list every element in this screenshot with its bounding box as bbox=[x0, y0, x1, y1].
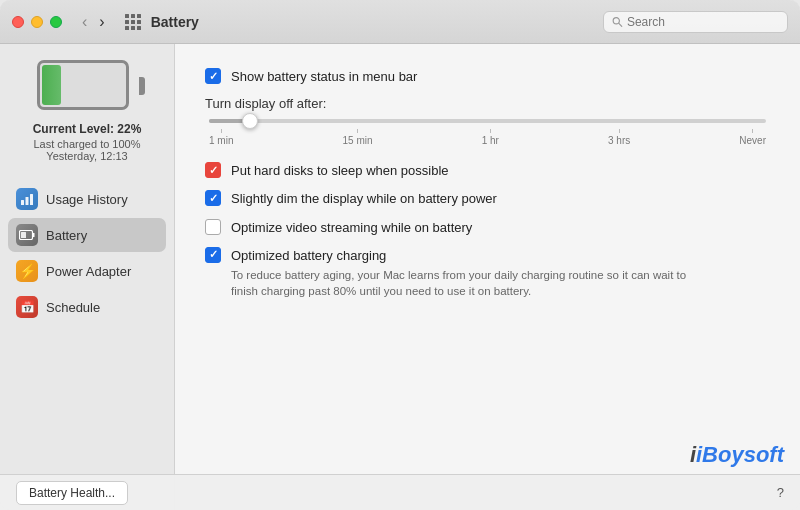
watermark: iiBoysoft bbox=[690, 442, 784, 468]
power-adapter-label: Power Adapter bbox=[46, 264, 131, 279]
sidebar-item-usage-history[interactable]: Usage History bbox=[8, 182, 166, 216]
optimized-charging-sublabel: To reduce battery aging, your Mac learns… bbox=[231, 267, 711, 299]
grid-dot bbox=[125, 26, 129, 30]
grid-dot bbox=[125, 20, 129, 24]
slider-ticks: 1 min 15 min 1 hr 3 hrs bbox=[209, 129, 766, 146]
grid-dot bbox=[131, 20, 135, 24]
nav-arrows: ‹ › bbox=[78, 11, 109, 33]
optimized-charging-row: ✓ Optimized battery charging To reduce b… bbox=[205, 247, 770, 299]
grid-dot bbox=[137, 14, 141, 18]
battery-icon bbox=[16, 224, 38, 246]
battery-tip bbox=[139, 77, 145, 95]
battery-health-label: Battery Health... bbox=[29, 486, 115, 500]
hard-disks-sleep-row: ✓ Put hard disks to sleep when possible bbox=[205, 162, 770, 180]
slider-thumb[interactable] bbox=[242, 113, 258, 129]
svg-rect-6 bbox=[21, 232, 26, 238]
dim-display-row: ✓ Slightly dim the display while on batt… bbox=[205, 190, 770, 208]
sidebar-items: Usage History Battery ⚡ bbox=[0, 182, 174, 324]
bottom-bar: Battery Health... ? bbox=[0, 474, 800, 510]
tick-never: Never bbox=[739, 129, 766, 146]
tick-15min: 15 min bbox=[343, 129, 373, 146]
optimize-video-row: Optimize video streaming while on batter… bbox=[205, 219, 770, 237]
help-icon[interactable]: ? bbox=[777, 485, 784, 500]
grid-dot bbox=[131, 14, 135, 18]
minimize-button[interactable] bbox=[31, 16, 43, 28]
sidebar-item-power-adapter[interactable]: ⚡ Power Adapter bbox=[8, 254, 166, 288]
optimized-charging-label: Optimized battery charging bbox=[231, 247, 711, 265]
search-input[interactable] bbox=[627, 15, 779, 29]
optimize-video-label: Optimize video streaming while on batter… bbox=[231, 219, 472, 237]
back-arrow[interactable]: ‹ bbox=[78, 11, 91, 33]
battery-body bbox=[37, 60, 129, 110]
display-off-label: Turn display off after: bbox=[205, 96, 770, 111]
grid-dot bbox=[125, 14, 129, 18]
battery-info: Current Level: 22% Last charged to 100% … bbox=[0, 60, 174, 162]
show-battery-status-label: Show battery status in menu bar bbox=[231, 68, 417, 86]
forward-arrow[interactable]: › bbox=[95, 11, 108, 33]
grid-icon[interactable] bbox=[125, 14, 141, 30]
traffic-lights bbox=[12, 16, 62, 28]
tick-3hrs: 3 hrs bbox=[608, 129, 630, 146]
display-off-section: Turn display off after: 1 min 15 mi bbox=[205, 96, 770, 146]
hard-disks-sleep-checkbox[interactable]: ✓ bbox=[205, 162, 221, 178]
slider-track bbox=[209, 119, 766, 123]
search-box[interactable] bbox=[603, 11, 788, 33]
schedule-label: Schedule bbox=[46, 300, 100, 315]
sidebar: Current Level: 22% Last charged to 100% … bbox=[0, 44, 175, 510]
sidebar-item-battery[interactable]: Battery bbox=[8, 218, 166, 252]
titlebar: ‹ › Battery bbox=[0, 0, 800, 44]
battery-icon-container bbox=[37, 60, 137, 112]
battery-fill bbox=[42, 65, 61, 105]
power-icon: ⚡ bbox=[16, 260, 38, 282]
schedule-icon: 📅 bbox=[16, 296, 38, 318]
main-content: Current Level: 22% Last charged to 100% … bbox=[0, 44, 800, 510]
tick-1hr: 1 hr bbox=[482, 129, 499, 146]
battery-yesterday: Yesterday, 12:13 bbox=[46, 150, 127, 162]
sidebar-item-schedule[interactable]: 📅 Schedule bbox=[8, 290, 166, 324]
svg-rect-4 bbox=[30, 194, 33, 205]
svg-line-1 bbox=[619, 23, 622, 26]
usage-history-label: Usage History bbox=[46, 192, 128, 207]
show-battery-status-row: ✓ Show battery status in menu bar bbox=[205, 68, 770, 86]
main-window: ‹ › Battery bbox=[0, 0, 800, 510]
close-button[interactable] bbox=[12, 16, 24, 28]
dim-display-checkbox[interactable]: ✓ bbox=[205, 190, 221, 206]
grid-dot bbox=[131, 26, 135, 30]
titlebar-title: Battery bbox=[151, 14, 199, 30]
optimized-charging-checkbox[interactable]: ✓ bbox=[205, 247, 221, 263]
svg-rect-2 bbox=[21, 200, 24, 205]
content-panel: ✓ Show battery status in menu bar Turn d… bbox=[175, 44, 800, 510]
display-off-slider-container: 1 min 15 min 1 hr 3 hrs bbox=[205, 119, 770, 146]
battery-last-charged: Last charged to 100% bbox=[33, 138, 140, 150]
hard-disks-sleep-label: Put hard disks to sleep when possible bbox=[231, 162, 449, 180]
tick-1min: 1 min bbox=[209, 129, 233, 146]
grid-dot bbox=[137, 20, 141, 24]
battery-health-button[interactable]: Battery Health... bbox=[16, 481, 128, 505]
svg-rect-3 bbox=[26, 197, 29, 205]
battery-label: Battery bbox=[46, 228, 87, 243]
search-icon bbox=[612, 16, 623, 28]
grid-dot bbox=[137, 26, 141, 30]
battery-level: Current Level: 22% bbox=[33, 122, 142, 136]
svg-rect-7 bbox=[33, 233, 35, 237]
optimize-video-checkbox[interactable] bbox=[205, 219, 221, 235]
show-battery-status-checkbox[interactable]: ✓ bbox=[205, 68, 221, 84]
usage-history-icon bbox=[16, 188, 38, 210]
maximize-button[interactable] bbox=[50, 16, 62, 28]
dim-display-label: Slightly dim the display while on batter… bbox=[231, 190, 497, 208]
